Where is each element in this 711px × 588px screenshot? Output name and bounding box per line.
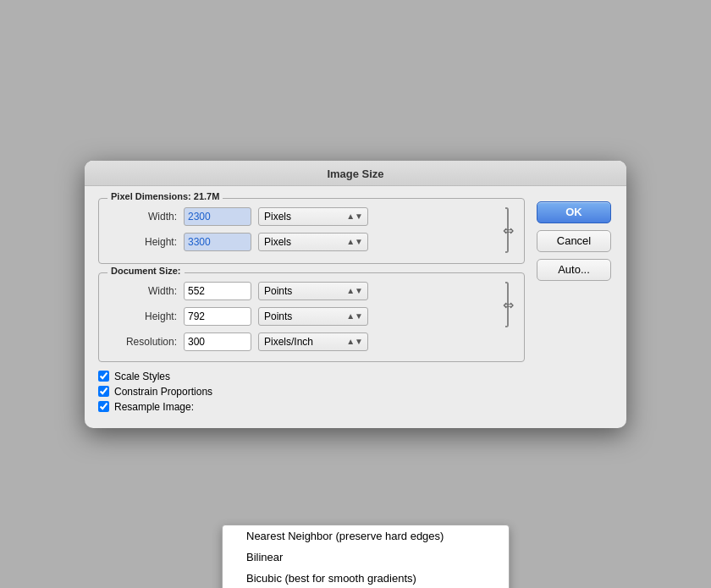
image-size-dialog: Image Size Pixel Dimensions: 21.7M Width… (85, 161, 626, 428)
dropdown-item-nearest[interactable]: Nearest Neighbor (preserve hard edges) (223, 525, 509, 547)
doc-chain-icon: ⇔ (503, 296, 514, 312)
cancel-button[interactable]: Cancel (537, 230, 611, 252)
pixel-height-label: Height: (109, 236, 177, 248)
doc-height-input[interactable] (184, 307, 251, 326)
doc-resolution-input[interactable] (184, 332, 251, 351)
pixel-dimensions-legend: Pixel Dimensions: 21.7M (107, 191, 223, 201)
doc-height-unit-select[interactable]: Points Picas Inches Centimeters Millimet… (258, 307, 368, 326)
doc-width-unit-select[interactable]: Points Picas Inches Centimeters Millimet… (258, 282, 368, 300)
scale-styles-label: Scale Styles (114, 371, 170, 382)
doc-width-label: Width: (109, 285, 177, 297)
pixel-fields-column: Width: Pixels Percent ▲▼ Heig (109, 207, 488, 251)
dialog-title: Image Size (85, 161, 626, 186)
pixel-width-label: Width: (109, 211, 177, 223)
pixel-height-unit-select[interactable]: Pixels Percent (258, 233, 368, 251)
constrain-row: Constrain Proportions (98, 386, 525, 398)
pixel-height-input[interactable] (184, 233, 251, 251)
scale-styles-row: Scale Styles (98, 371, 525, 382)
doc-resolution-unit-select[interactable]: Pixels/Inch Pixels/Centimeter (258, 332, 368, 351)
pixel-dimensions-row-group: Width: Pixels Percent ▲▼ Heig (109, 207, 514, 253)
dialog-body: Pixel Dimensions: 21.7M Width: Pixels Pe… (85, 186, 626, 428)
checkboxes-section: Scale Styles Constrain Proportions Resam… (98, 371, 525, 413)
scale-styles-checkbox[interactable] (98, 371, 109, 382)
pixel-width-row: Width: Pixels Percent ▲▼ (109, 207, 488, 226)
dropdown-item-bicubic-label: Bicubic (best for smooth gradients) (246, 572, 416, 585)
constrain-label: Constrain Proportions (114, 386, 212, 398)
dialog-right-panel: OK Cancel Auto... (537, 198, 613, 416)
resample-checkbox[interactable] (98, 401, 109, 412)
doc-resolution-row: Resolution: Pixels/Inch Pixels/Centimete… (109, 332, 488, 351)
pixel-chain-icon: ⇔ (503, 222, 514, 238)
doc-height-row: Height: Points Picas Inches Centimeters … (109, 307, 488, 326)
doc-width-input[interactable] (184, 282, 251, 300)
dropdown-item-bicubic[interactable]: Bicubic (best for smooth gradients) (223, 568, 509, 589)
doc-resolution-unit-wrap: Pixels/Inch Pixels/Centimeter ▲▼ (258, 332, 368, 351)
ok-button[interactable]: OK (537, 201, 611, 223)
dialog-left-panel: Pixel Dimensions: 21.7M Width: Pixels Pe… (98, 198, 525, 416)
pixel-dimensions-group: Pixel Dimensions: 21.7M Width: Pixels Pe… (98, 198, 525, 264)
pixel-height-unit-wrap: Pixels Percent ▲▼ (258, 233, 368, 251)
constrain-checkbox[interactable] (98, 386, 109, 397)
doc-height-label: Height: (109, 310, 177, 322)
dropdown-item-nearest-label: Nearest Neighbor (preserve hard edges) (246, 530, 444, 542)
doc-resolution-label: Resolution: (109, 336, 177, 348)
dropdown-item-bilinear[interactable]: Bilinear (223, 547, 509, 568)
doc-link-bracket: ⇔ (495, 282, 514, 327)
auto-button[interactable]: Auto... (537, 259, 611, 281)
doc-width-row: Width: Points Picas Inches Centimeters M… (109, 282, 488, 300)
document-size-legend: Document Size: (107, 266, 185, 276)
document-size-group: Document Size: Width: Points Picas Inche… (98, 272, 525, 362)
pixel-link-bracket: ⇔ (495, 207, 514, 253)
pixel-height-row: Height: Pixels Percent ▲▼ (109, 233, 488, 251)
document-size-row-group: Width: Points Picas Inches Centimeters M… (109, 282, 514, 351)
resample-dropdown-menu: Nearest Neighbor (preserve hard edges) B… (222, 525, 510, 589)
doc-width-unit-wrap: Points Picas Inches Centimeters Millimet… (258, 282, 368, 300)
resample-label: Resample Image: (114, 401, 194, 413)
doc-height-unit-wrap: Points Picas Inches Centimeters Millimet… (258, 307, 368, 326)
dropdown-item-bilinear-label: Bilinear (246, 551, 283, 563)
resample-row: Resample Image: (98, 401, 525, 413)
doc-fields-column: Width: Points Picas Inches Centimeters M… (109, 282, 488, 351)
pixel-width-input[interactable] (184, 207, 251, 226)
pixel-width-unit-select[interactable]: Pixels Percent (258, 207, 368, 226)
pixel-width-unit-wrap: Pixels Percent ▲▼ (258, 207, 368, 226)
